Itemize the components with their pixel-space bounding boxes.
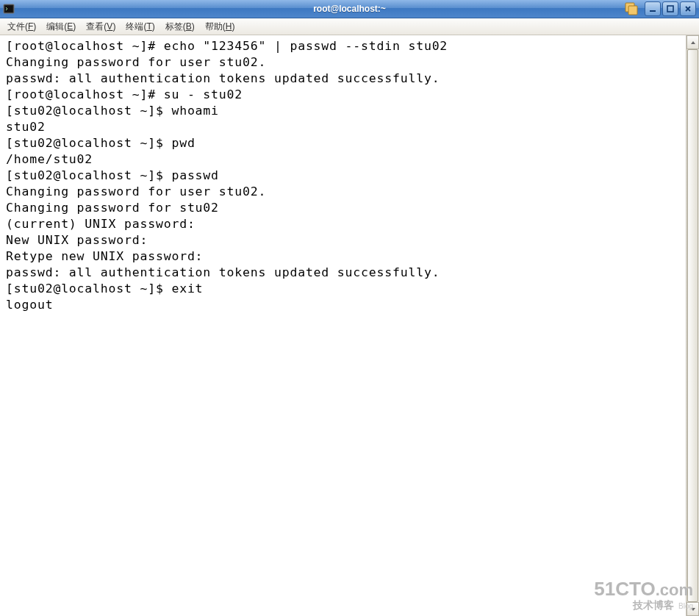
window-group-icon[interactable] xyxy=(623,1,640,17)
terminal-area: [root@localhost ~]# echo "123456" | pass… xyxy=(0,35,699,616)
window-title: root@localhost:~ xyxy=(0,4,699,14)
scroll-thumb[interactable] xyxy=(687,49,698,602)
scroll-track[interactable] xyxy=(687,49,699,602)
terminal-output[interactable]: [root@localhost ~]# echo "123456" | pass… xyxy=(0,35,686,616)
menu-help[interactable]: 帮助(H) xyxy=(201,19,240,35)
terminal-window: root@localhost:~ 文件(F) 编辑(E) 查看(V) 终端(T) xyxy=(0,0,699,616)
scroll-up-button[interactable] xyxy=(687,35,699,49)
svg-rect-4 xyxy=(650,10,656,12)
close-button[interactable] xyxy=(680,1,696,16)
svg-rect-1 xyxy=(5,6,13,12)
maximize-button[interactable] xyxy=(662,1,678,16)
menu-file[interactable]: 文件(F) xyxy=(3,19,40,35)
svg-rect-3 xyxy=(628,6,637,15)
minimize-button[interactable] xyxy=(645,1,661,16)
terminal-app-icon xyxy=(3,3,15,15)
menu-tabs[interactable]: 标签(B) xyxy=(161,19,199,35)
scrollbar[interactable] xyxy=(686,35,699,616)
titlebar[interactable]: root@localhost:~ xyxy=(0,0,699,18)
menu-terminal[interactable]: 终端(T) xyxy=(121,19,159,35)
menu-edit[interactable]: 编辑(E) xyxy=(42,19,80,35)
menu-view[interactable]: 查看(V) xyxy=(82,19,120,35)
menubar: 文件(F) 编辑(E) 查看(V) 终端(T) 标签(B) 帮助(H) xyxy=(0,18,699,35)
svg-rect-5 xyxy=(667,6,673,12)
scroll-down-button[interactable] xyxy=(687,602,699,616)
